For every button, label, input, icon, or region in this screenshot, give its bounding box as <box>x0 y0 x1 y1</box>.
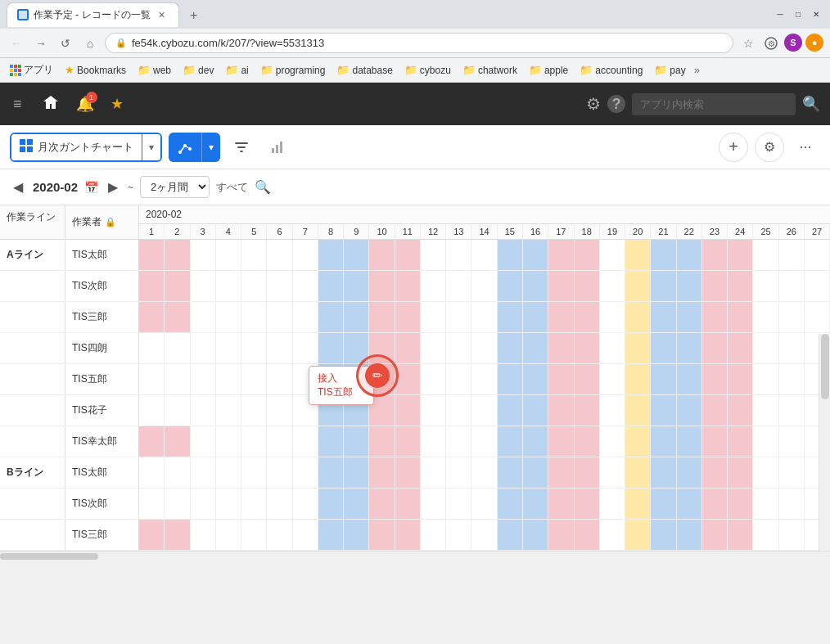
row-day-3-22[interactable] <box>702 333 728 363</box>
row-day-7-16[interactable] <box>548 457 574 488</box>
bm-dev[interactable]: 📁 dev <box>178 62 219 78</box>
row-day-6-13[interactable] <box>471 426 497 457</box>
settings-btn[interactable]: ⚙ <box>755 133 784 162</box>
row-day-6-2[interactable] <box>191 426 216 457</box>
row-day-2-26[interactable] <box>805 302 830 332</box>
row-day-7-15[interactable] <box>523 457 548 488</box>
row-day-2-20[interactable] <box>651 302 676 332</box>
row-day-5-25[interactable] <box>779 395 805 426</box>
row-day-3-3[interactable] <box>216 333 241 363</box>
row-day-3-12[interactable] <box>446 333 471 363</box>
row-day-1-0[interactable] <box>139 271 165 301</box>
row-day-9-15[interactable] <box>523 520 548 550</box>
row-day-6-22[interactable] <box>702 426 728 457</box>
row-day-0-15[interactable] <box>523 240 548 270</box>
row-day-0-16[interactable] <box>548 240 574 270</box>
row-day-2-14[interactable] <box>498 302 523 332</box>
row-day-2-13[interactable] <box>471 302 497 332</box>
row-day-9-10[interactable] <box>395 520 421 550</box>
row-day-3-6[interactable] <box>293 333 318 363</box>
row-day-1-7[interactable] <box>318 271 344 301</box>
row-day-4-1[interactable] <box>165 364 190 394</box>
row-day-1-10[interactable] <box>395 271 421 301</box>
row-day-2-15[interactable] <box>523 302 548 332</box>
row-day-8-25[interactable] <box>779 489 805 519</box>
bm-pay[interactable]: 📁 pay <box>649 62 690 78</box>
row-day-2-21[interactable] <box>677 302 702 332</box>
view-dropdown-btn[interactable]: ▾ <box>142 134 160 160</box>
row-day-9-4[interactable] <box>241 520 267 550</box>
row-day-8-5[interactable] <box>267 489 292 519</box>
row-day-4-23[interactable] <box>728 364 753 394</box>
row-day-6-19[interactable] <box>625 426 651 457</box>
row-day-7-22[interactable] <box>702 457 728 488</box>
row-day-6-20[interactable] <box>651 426 676 457</box>
row-day-0-6[interactable] <box>293 240 318 270</box>
row-day-1-21[interactable] <box>677 271 702 301</box>
next-month-btn[interactable]: ▶ <box>105 178 121 196</box>
row-day-7-17[interactable] <box>575 457 600 488</box>
row-day-4-24[interactable] <box>753 364 778 394</box>
row-day-9-0[interactable] <box>139 520 165 550</box>
row-day-4-19[interactable] <box>625 364 651 394</box>
home-btn[interactable] <box>38 90 63 119</box>
forward-btn[interactable]: → <box>31 34 51 53</box>
row-day-3-2[interactable] <box>191 333 216 363</box>
row-day-0-21[interactable] <box>677 240 702 270</box>
row-day-8-8[interactable] <box>344 489 369 519</box>
row-day-7-0[interactable] <box>139 457 165 488</box>
bm-chatwork[interactable]: 📁 chatwork <box>458 62 522 78</box>
row-day-5-10[interactable] <box>395 395 421 426</box>
row-day-5-23[interactable] <box>728 395 753 426</box>
row-day-8-24[interactable] <box>753 489 778 519</box>
row-day-0-17[interactable] <box>575 240 600 270</box>
row-day-1-3[interactable] <box>216 271 241 301</box>
row-day-9-20[interactable] <box>651 520 676 550</box>
calendar-icon[interactable]: 📅 <box>84 181 98 194</box>
row-day-2-18[interactable] <box>600 302 625 332</box>
row-day-4-0[interactable] <box>139 364 165 394</box>
row-day-6-14[interactable] <box>498 426 523 457</box>
profile-icon[interactable]: S <box>784 34 802 52</box>
bm-apps[interactable]: アプリ <box>5 61 58 79</box>
row-day-8-0[interactable] <box>139 489 165 519</box>
row-day-7-6[interactable] <box>293 457 318 488</box>
scrollbar-v-thumb[interactable] <box>821 334 829 399</box>
row-day-9-7[interactable] <box>318 520 344 550</box>
row-day-2-4[interactable] <box>241 302 267 332</box>
row-day-9-16[interactable] <box>548 520 574 550</box>
row-day-3-0[interactable] <box>139 333 165 363</box>
date-range-select[interactable]: 2ヶ月間 1ヶ月間 3ヶ月間 <box>140 176 210 198</box>
row-day-8-20[interactable] <box>651 489 676 519</box>
horizontal-scrollbar[interactable] <box>0 551 830 561</box>
row-day-7-5[interactable] <box>267 457 292 488</box>
row-day-1-25[interactable] <box>779 271 805 301</box>
row-day-7-1[interactable] <box>165 457 190 488</box>
row-day-6-7[interactable] <box>318 426 344 457</box>
row-day-5-21[interactable] <box>677 395 702 426</box>
home-btn[interactable]: ⌂ <box>80 34 100 53</box>
row-day-8-9[interactable] <box>369 489 395 519</box>
row-day-2-22[interactable] <box>702 302 728 332</box>
row-day-0-24[interactable] <box>753 240 778 270</box>
row-day-2-23[interactable] <box>728 302 753 332</box>
row-day-4-3[interactable] <box>216 364 241 394</box>
row-day-0-11[interactable] <box>421 240 446 270</box>
row-day-9-23[interactable] <box>728 520 753 550</box>
row-day-1-22[interactable] <box>702 271 728 301</box>
row-day-7-9[interactable] <box>369 457 395 488</box>
row-day-0-23[interactable] <box>728 240 753 270</box>
row-day-2-9[interactable] <box>369 302 395 332</box>
extensions-icon[interactable]: ⚙ <box>761 34 781 53</box>
row-day-8-6[interactable] <box>293 489 318 519</box>
row-day-1-1[interactable] <box>165 271 190 301</box>
row-day-5-0[interactable] <box>139 395 165 426</box>
bm-database[interactable]: 📁 database <box>332 62 397 78</box>
search-btn[interactable]: 🔍 <box>802 95 820 113</box>
row-day-0-25[interactable] <box>779 240 805 270</box>
row-day-5-17[interactable] <box>575 395 600 426</box>
row-day-1-9[interactable] <box>369 271 395 301</box>
row-day-8-16[interactable] <box>548 489 574 519</box>
row-day-1-18[interactable] <box>600 271 625 301</box>
row-day-9-21[interactable] <box>677 520 702 550</box>
